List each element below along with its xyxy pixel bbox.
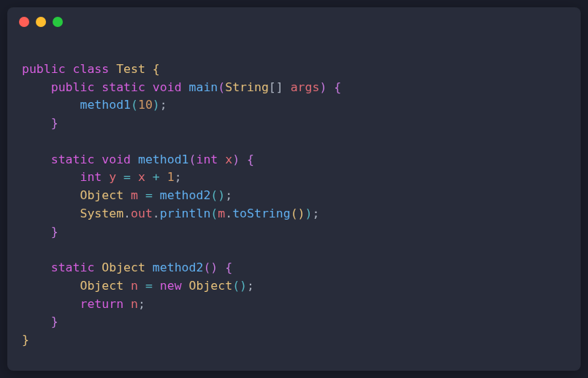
variable: n bbox=[131, 297, 138, 311]
semicolon: ; bbox=[225, 188, 232, 202]
number: 1 bbox=[167, 170, 175, 184]
code-content: public class Test { public static void m… bbox=[7, 36, 581, 364]
variable: n bbox=[131, 279, 138, 293]
code-line: } bbox=[22, 315, 58, 328]
keyword: int bbox=[196, 153, 218, 166]
operator: = bbox=[123, 170, 131, 184]
method-call: method1 bbox=[80, 98, 131, 112]
code-line: return n; bbox=[22, 297, 145, 311]
paren: ( bbox=[203, 261, 210, 274]
method-call: toString bbox=[232, 207, 290, 220]
variable: m bbox=[218, 207, 225, 220]
operator: = bbox=[145, 188, 153, 202]
keyword: return bbox=[80, 297, 123, 311]
brace: } bbox=[51, 116, 58, 130]
brace: } bbox=[22, 333, 29, 347]
paren: ) bbox=[240, 279, 247, 293]
method-call: println bbox=[160, 207, 211, 220]
paren: ) bbox=[153, 98, 160, 112]
keyword: void bbox=[102, 153, 131, 166]
code-line: Object n = new Object(); bbox=[22, 279, 254, 293]
parameter: x bbox=[225, 153, 232, 166]
paren: ( bbox=[189, 153, 196, 166]
keyword: void bbox=[153, 80, 182, 94]
type: Object bbox=[102, 261, 145, 274]
parameter: args bbox=[291, 80, 320, 94]
code-window: public class Test { public static void m… bbox=[7, 7, 581, 371]
semicolon: ; bbox=[175, 170, 182, 184]
variable: m bbox=[131, 188, 138, 202]
keyword: new bbox=[160, 279, 182, 293]
bracket: ] bbox=[276, 80, 283, 94]
code-line: } bbox=[22, 333, 29, 347]
code-line: public static void main(String[] args) { bbox=[22, 80, 341, 94]
semicolon: ; bbox=[247, 279, 254, 293]
code-line: Object m = method2(); bbox=[22, 188, 232, 202]
brace: { bbox=[334, 80, 341, 94]
number: 10 bbox=[138, 98, 153, 112]
keyword: static bbox=[51, 153, 95, 166]
paren: ( bbox=[210, 207, 218, 220]
paren: ) bbox=[232, 153, 240, 166]
paren: ) bbox=[298, 207, 305, 220]
titlebar bbox=[7, 7, 581, 36]
paren: ( bbox=[218, 80, 225, 94]
method-name: method2 bbox=[153, 261, 204, 274]
dot: . bbox=[123, 207, 131, 220]
paren: ) bbox=[319, 80, 327, 94]
code-line: } bbox=[22, 225, 58, 239]
method-name: main bbox=[189, 80, 218, 94]
code-line: method1(10); bbox=[22, 98, 167, 112]
keyword: class bbox=[73, 62, 110, 76]
keyword: static bbox=[51, 261, 95, 274]
brace: { bbox=[247, 153, 254, 166]
brace: { bbox=[225, 261, 232, 274]
brace: { bbox=[153, 62, 160, 76]
paren: ( bbox=[232, 279, 240, 293]
minimize-icon[interactable] bbox=[36, 17, 46, 27]
paren: ( bbox=[131, 98, 138, 112]
semicolon: ; bbox=[312, 207, 319, 220]
brace: } bbox=[51, 225, 58, 239]
type: Object bbox=[189, 279, 233, 293]
code-line: static void method1(int x) { bbox=[22, 153, 254, 166]
variable: y bbox=[109, 170, 116, 184]
method-name: method1 bbox=[138, 153, 189, 166]
keyword: int bbox=[80, 170, 102, 184]
paren: ( bbox=[210, 188, 218, 202]
keyword: public bbox=[22, 62, 66, 76]
bracket: [ bbox=[269, 80, 276, 94]
variable: x bbox=[138, 170, 145, 184]
keyword: static bbox=[102, 80, 145, 94]
method-call: method2 bbox=[160, 188, 211, 202]
type: Object bbox=[80, 188, 123, 202]
maximize-icon[interactable] bbox=[53, 17, 63, 27]
semicolon: ; bbox=[138, 297, 145, 311]
dot: . bbox=[153, 207, 160, 220]
type: Object bbox=[80, 279, 123, 293]
paren: ) bbox=[305, 207, 313, 220]
paren: ( bbox=[291, 207, 298, 220]
code-line: } bbox=[22, 116, 58, 130]
code-line: public class Test { bbox=[22, 62, 160, 76]
paren: ) bbox=[218, 188, 225, 202]
class-name: Test bbox=[116, 62, 145, 76]
operator: = bbox=[145, 279, 153, 293]
brace: } bbox=[51, 315, 58, 328]
keyword: public bbox=[51, 80, 95, 94]
code-line: System.out.println(m.toString()); bbox=[22, 207, 319, 220]
dot: . bbox=[225, 207, 232, 220]
code-line: int y = x + 1; bbox=[22, 170, 182, 184]
operator: + bbox=[153, 170, 160, 184]
code-line: static Object method2() { bbox=[22, 261, 232, 274]
semicolon: ; bbox=[160, 98, 167, 112]
type: System bbox=[80, 207, 123, 220]
type: String bbox=[225, 80, 269, 94]
paren: ) bbox=[210, 261, 218, 274]
field: out bbox=[131, 207, 153, 220]
close-icon[interactable] bbox=[19, 17, 29, 27]
